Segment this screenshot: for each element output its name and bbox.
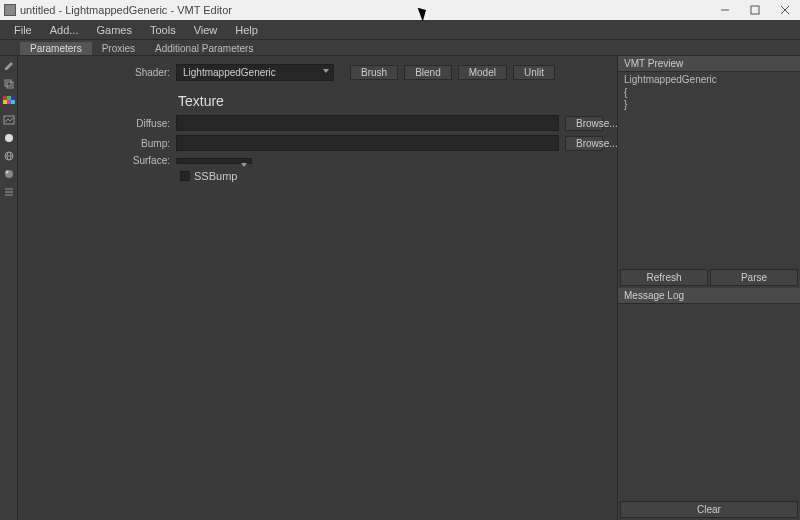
main: Shader: LightmappedGeneric Brush Blend M…	[0, 56, 800, 520]
clear-button[interactable]: Clear	[620, 501, 798, 518]
svg-rect-4	[5, 80, 11, 86]
svg-rect-6	[3, 96, 7, 100]
mode-button-row: Brush Blend Model Unlit	[350, 65, 555, 80]
shader-label: Shader:	[32, 67, 170, 78]
surface-select[interactable]	[176, 158, 252, 164]
chevron-down-icon	[323, 69, 329, 73]
svg-rect-7	[7, 96, 11, 100]
svg-rect-1	[751, 6, 759, 14]
titlebar: untitled - LightmappedGeneric - VMT Edit…	[0, 0, 800, 20]
svg-rect-11	[11, 100, 15, 104]
preview-body: LightmappedGeneric { }	[618, 72, 800, 267]
minimize-button[interactable]	[710, 0, 740, 20]
diffuse-label: Diffuse:	[32, 118, 170, 129]
circle-icon[interactable]	[3, 132, 15, 144]
section-title-texture: Texture	[178, 93, 603, 109]
shader-select-value: LightmappedGeneric	[183, 67, 276, 78]
preview-panel: VMT Preview LightmappedGeneric { } Refre…	[618, 56, 800, 288]
window-controls	[710, 0, 800, 20]
svg-rect-5	[7, 82, 13, 88]
preview-line: LightmappedGeneric	[624, 74, 794, 87]
shader-select[interactable]: LightmappedGeneric	[176, 64, 334, 81]
maximize-button[interactable]	[740, 0, 770, 20]
minimize-icon	[720, 5, 730, 15]
menu-view[interactable]: View	[186, 22, 226, 38]
svg-rect-10	[7, 100, 11, 104]
menu-add[interactable]: Add...	[42, 22, 87, 38]
preview-panel-title: VMT Preview	[618, 56, 800, 72]
log-panel: Message Log Clear	[618, 288, 800, 520]
content: Shader: LightmappedGeneric Brush Blend M…	[18, 56, 617, 520]
bump-row: Bump: Browse...	[32, 135, 603, 151]
mode-unlit-button[interactable]: Unlit	[513, 65, 555, 80]
copy-icon[interactable]	[3, 78, 15, 90]
menubar: File Add... Games Tools View Help	[0, 20, 800, 40]
mouse-cursor	[420, 6, 432, 21]
close-button[interactable]	[770, 0, 800, 20]
ssbump-row: SSBump	[180, 170, 603, 182]
parse-button[interactable]: Parse	[710, 269, 798, 286]
diffuse-browse-button[interactable]: Browse...	[565, 116, 603, 131]
log-button-row: Clear	[618, 499, 800, 520]
surface-row: Surface:	[32, 155, 603, 166]
shader-row: Shader: LightmappedGeneric Brush Blend M…	[32, 64, 603, 81]
message-log-body	[618, 304, 800, 499]
bump-input[interactable]	[176, 135, 559, 151]
log-panel-title: Message Log	[618, 288, 800, 304]
mode-blend-button[interactable]: Blend	[404, 65, 452, 80]
ssbump-checkbox[interactable]	[180, 171, 190, 181]
ssbump-label: SSBump	[194, 170, 237, 182]
palette-icon[interactable]	[3, 96, 15, 108]
diffuse-row: Diffuse: Browse...	[32, 115, 603, 131]
menu-file[interactable]: File	[6, 22, 40, 38]
svg-rect-9	[3, 100, 7, 104]
bump-browse-button[interactable]: Browse...	[565, 136, 603, 151]
refresh-button[interactable]: Refresh	[620, 269, 708, 286]
preview-line: {	[624, 87, 794, 100]
svg-rect-8	[11, 96, 15, 100]
mode-model-button[interactable]: Model	[458, 65, 507, 80]
app-icon	[4, 4, 16, 16]
menu-tools[interactable]: Tools	[142, 22, 184, 38]
gallery-icon[interactable]	[3, 114, 15, 126]
bump-label: Bump:	[32, 138, 170, 149]
preview-line: }	[624, 99, 794, 112]
tab-additional-parameters[interactable]: Additional Parameters	[145, 42, 263, 55]
svg-point-13	[5, 134, 13, 142]
mode-brush-button[interactable]: Brush	[350, 65, 398, 80]
iconbar	[0, 56, 18, 520]
globe-icon[interactable]	[3, 150, 15, 162]
preview-button-row: Refresh Parse	[618, 267, 800, 288]
menu-help[interactable]: Help	[227, 22, 266, 38]
tab-proxies[interactable]: Proxies	[92, 42, 145, 55]
tab-parameters[interactable]: Parameters	[20, 42, 92, 55]
svg-point-18	[5, 171, 8, 174]
diffuse-input[interactable]	[176, 115, 559, 131]
chevron-down-icon	[241, 163, 247, 167]
surface-label: Surface:	[32, 155, 170, 166]
tabbar: Parameters Proxies Additional Parameters	[0, 40, 800, 56]
menu-games[interactable]: Games	[88, 22, 139, 38]
edit-icon[interactable]	[3, 60, 15, 72]
sphere-icon[interactable]	[3, 168, 15, 180]
maximize-icon	[750, 5, 760, 15]
close-icon	[780, 5, 790, 15]
list-icon[interactable]	[3, 186, 15, 198]
window-title: untitled - LightmappedGeneric - VMT Edit…	[20, 4, 232, 16]
right-panels: VMT Preview LightmappedGeneric { } Refre…	[617, 56, 800, 520]
